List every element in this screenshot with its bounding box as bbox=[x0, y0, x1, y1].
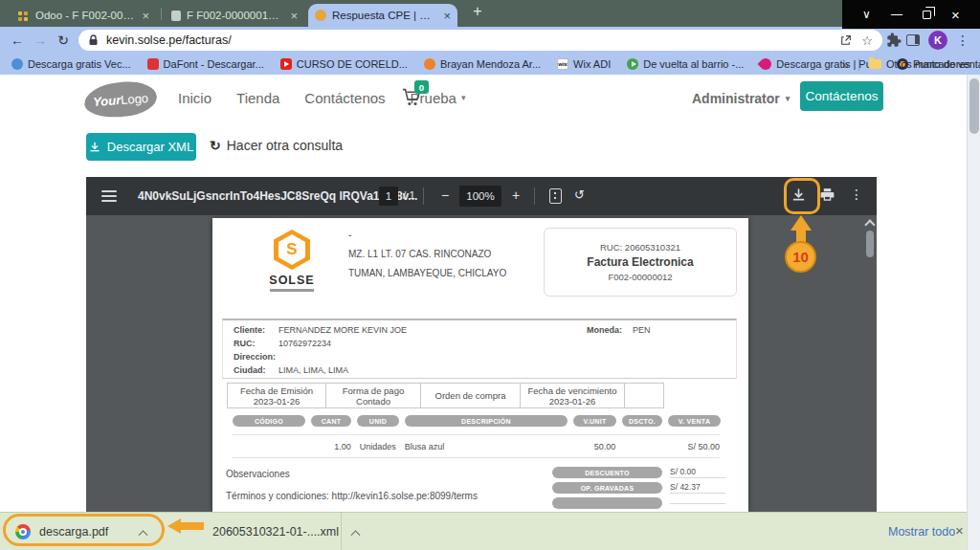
refresh-icon: ↻ bbox=[210, 138, 221, 153]
invoice-brand: SOLSE bbox=[260, 274, 323, 287]
caret-down-icon: ▾ bbox=[786, 94, 791, 103]
new-tab-button[interactable]: + bbox=[467, 3, 488, 20]
invoice-id-box: RUC: 20605310321 Factura Electronica F00… bbox=[544, 228, 737, 297]
bookmark-item[interactable]: CURSO DE CORELD... bbox=[280, 58, 408, 70]
download-xml-label: Descargar XML bbox=[107, 140, 193, 154]
download-icon bbox=[89, 141, 100, 153]
tab-close-icon[interactable]: × bbox=[142, 9, 149, 23]
page-scrollbar-thumb[interactable] bbox=[969, 78, 979, 134]
tab-odoo[interactable]: Odoo - F F002-00000012 (Shop/ × bbox=[10, 4, 156, 27]
bookmark-label: De vuelta al barrio -... bbox=[643, 58, 744, 70]
contact-button[interactable]: Contáctenos bbox=[800, 81, 883, 111]
items-table-header: CÓDIGO CANT UNID DESCRIPCIÓN V.UNIT DSCT… bbox=[233, 415, 721, 427]
close-window-icon[interactable]: × bbox=[951, 7, 960, 23]
extensions-icon[interactable] bbox=[886, 33, 902, 48]
divider bbox=[858, 58, 859, 71]
pdf-filename: 4N0vkSuLjGsncrInTo4HesJC8SreQq lRQVa1CR8… bbox=[138, 189, 417, 203]
fit-page-icon[interactable] bbox=[549, 188, 562, 204]
play-icon bbox=[627, 58, 638, 70]
pdf-viewer: 4N0vkSuLjGsncrInTo4HesJC8SreQq lRQVa1CR8… bbox=[86, 177, 877, 512]
tab-close-icon[interactable]: × bbox=[443, 9, 451, 23]
requery-link[interactable]: ↻ Hacer otra consulta bbox=[210, 138, 343, 153]
profile-avatar[interactable]: K bbox=[928, 31, 947, 50]
bookmark-label: Descarga gratis Vec... bbox=[28, 58, 131, 70]
pdf-toolbar: 4N0vkSuLjGsncrInTo4HesJC8SreQq lRQVa1CR8… bbox=[86, 177, 877, 215]
bookmark-favicon-icon bbox=[424, 58, 435, 70]
total-row bbox=[552, 497, 725, 509]
download-item-xml[interactable]: 20605310321-01-....xml bbox=[212, 513, 359, 550]
pdf-more-icon[interactable]: ⋮ bbox=[849, 187, 864, 202]
tab-respuesta-cpe[interactable]: Respuesta CPE | My Website × bbox=[308, 4, 457, 27]
nav-contactenos[interactable]: Contáctenos bbox=[304, 90, 385, 106]
reload-icon[interactable]: ↻ bbox=[52, 33, 75, 48]
window-controls: ∨ — × bbox=[842, 0, 980, 29]
folder-icon bbox=[869, 59, 881, 69]
page-number-input[interactable]: 1 bbox=[379, 187, 398, 206]
invoice-address: - MZ. L1 LT. 07 CAS. RINCONAZO TUMAN, LA… bbox=[348, 226, 506, 283]
bookmark-item[interactable]: wixWix ADI bbox=[557, 58, 611, 70]
youtube-icon bbox=[280, 58, 292, 70]
tab-close-icon[interactable]: × bbox=[290, 9, 298, 23]
user-menu-label: Administrator bbox=[692, 91, 780, 106]
other-bookmarks-label: Otros marcadores bbox=[886, 58, 970, 70]
download-xml-button[interactable]: Descargar XML bbox=[86, 133, 196, 161]
share-icon[interactable] bbox=[839, 34, 852, 47]
zoom-level[interactable]: 100% bbox=[459, 186, 501, 207]
show-all-downloads-link[interactable]: Mostrar todo bbox=[888, 525, 955, 539]
rotate-icon[interactable]: ↺ bbox=[574, 187, 585, 202]
annotation-highlight-download bbox=[784, 178, 820, 214]
browser-toolbar: ← → ↻ kevin.solse.pe/facturas/ ☆ K ⋮ bbox=[0, 27, 980, 54]
pdf-favicon-icon bbox=[171, 11, 181, 21]
annotation-step-badge: 10 bbox=[785, 241, 816, 273]
page-content: YourLogo Inicio Tienda Contáctenos Prueb… bbox=[0, 75, 980, 512]
tab-title: Respuesta CPE | My Website bbox=[332, 10, 437, 21]
wix-icon: wix bbox=[557, 58, 568, 70]
address-bar[interactable]: kevin.solse.pe/facturas/ ☆ bbox=[78, 30, 882, 51]
url-text[interactable]: kevin.solse.pe/facturas/ bbox=[106, 33, 832, 47]
chevron-up-icon[interactable] bbox=[351, 530, 361, 539]
site-favicon-icon bbox=[315, 10, 326, 21]
browser-menu-icon[interactable]: ⋮ bbox=[951, 33, 974, 48]
other-bookmarks-folder[interactable]: Otros marcadores bbox=[869, 58, 970, 70]
cart-button[interactable]: 0 bbox=[402, 87, 422, 111]
zoom-in-icon[interactable]: + bbox=[507, 187, 524, 203]
bookmark-item[interactable]: De vuelta al barrio -... bbox=[627, 58, 744, 70]
bookmark-item[interactable]: Descarga gratis Vec... bbox=[11, 58, 131, 70]
nav-inicio[interactable]: Inicio bbox=[178, 90, 212, 106]
user-menu[interactable]: Administrator ▾ bbox=[692, 91, 790, 106]
brand-tagline-bar bbox=[270, 289, 314, 292]
tab-title: F F002-00000012.pdf bbox=[187, 10, 284, 21]
zoom-out-icon[interactable]: − bbox=[436, 187, 454, 203]
pdf-scroll-up-icon[interactable] bbox=[865, 218, 874, 227]
tab-pdf[interactable]: F F002-00000012.pdf × bbox=[165, 4, 304, 27]
window-menu-icon[interactable]: ∨ bbox=[862, 8, 871, 21]
back-icon[interactable]: ← bbox=[6, 33, 29, 48]
bookmark-item[interactable]: DaFont - Descargar... bbox=[147, 58, 264, 70]
minimize-icon[interactable]: — bbox=[891, 8, 902, 21]
browser-window: Odoo - F F002-00000012 (Shop/ × F F002-0… bbox=[0, 0, 980, 550]
bookmark-favicon-icon bbox=[11, 58, 23, 70]
cart-count-badge: 0 bbox=[414, 80, 429, 94]
observaciones-label: Observaciones bbox=[226, 469, 290, 479]
pdf-scrollbar-thumb[interactable] bbox=[866, 231, 874, 257]
page-scrollbar[interactable] bbox=[967, 75, 980, 550]
tab-title: Odoo - F F002-00000012 (Shop/ bbox=[35, 10, 136, 21]
pdf-menu-icon[interactable] bbox=[101, 190, 117, 202]
bookmark-favicon-icon bbox=[758, 56, 774, 73]
restore-icon[interactable] bbox=[923, 11, 931, 19]
close-downloads-icon[interactable]: × bbox=[955, 522, 964, 539]
tab-separator bbox=[161, 8, 162, 20]
nav-tienda[interactable]: Tienda bbox=[236, 90, 279, 106]
bookmark-star-icon[interactable]: ☆ bbox=[861, 33, 873, 48]
annotation-arrow-left-icon bbox=[167, 518, 181, 534]
bookmark-item[interactable]: Brayan Mendoza Ar... bbox=[424, 58, 541, 70]
side-panel-icon[interactable] bbox=[906, 34, 920, 46]
annotation-arrow-up-icon bbox=[791, 215, 812, 231]
client-box: Cliente:FERNANDEZ MORE KEVIN JOE RUC:107… bbox=[222, 319, 737, 379]
terms-text: Términos y condiciones: http://kevin16.s… bbox=[226, 491, 478, 501]
print-icon[interactable] bbox=[820, 188, 835, 206]
page-count: / 1 bbox=[403, 189, 415, 201]
bookmarks-overflow-icon[interactable]: » bbox=[842, 57, 849, 72]
invoice-doc-type: Factura Electronica bbox=[587, 255, 693, 269]
site-logo[interactable]: YourLogo bbox=[83, 79, 158, 119]
